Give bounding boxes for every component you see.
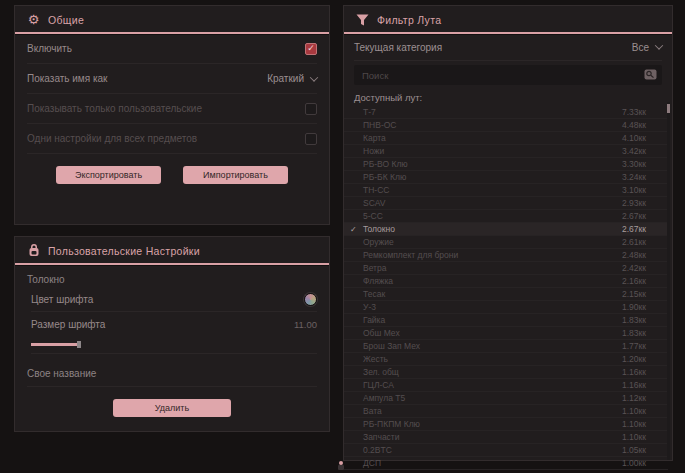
check-icon: ✓ (350, 223, 357, 236)
scrollbar-thumb[interactable] (667, 104, 670, 113)
custom-settings-panel: Пользовательские Настройки Толокно Цвет … (14, 236, 330, 432)
loot-item-value: 1.05кк (622, 445, 646, 455)
loot-item-value: 2.93кк (622, 198, 646, 208)
loot-item-name: ГЦЛ-СА (363, 380, 394, 390)
loot-filter-panel: Фильтр Лута Текущая категория Все Поиск … (343, 5, 673, 461)
custom-panel-header: Пользовательские Настройки (15, 237, 329, 263)
loot-item-name: Фляжка (363, 276, 393, 286)
loot-row[interactable]: Ремкомплект для брони2.48кк (344, 249, 668, 262)
category-label: Текущая категория (354, 42, 442, 53)
search-input[interactable]: Поиск (354, 65, 662, 85)
loot-item-value: 4.48кк (622, 120, 646, 130)
color-picker-icon[interactable] (304, 293, 317, 306)
import-button[interactable]: Импортировать (183, 166, 288, 184)
loot-row[interactable]: Вата1.10кк (344, 405, 668, 418)
loot-item-value: 2.16кк (622, 276, 646, 286)
loot-item-value: 3.30кк (622, 159, 646, 169)
name-display-dropdown[interactable]: Краткий (267, 73, 317, 84)
loot-row[interactable]: РБ-ВО Клю3.30кк (344, 158, 668, 171)
enable-checkbox[interactable]: ✓ (305, 43, 317, 55)
loot-item-value: 1.10кк (622, 419, 646, 429)
loot-row[interactable]: 0.2BTC1.05кк (344, 444, 668, 457)
delete-button[interactable]: Удалить (113, 399, 231, 417)
custom-name-input[interactable]: Свое название (27, 360, 317, 387)
loot-row[interactable]: ПНВ-ОС4.48кк (344, 119, 668, 132)
loot-item-value: 3.24кк (622, 172, 646, 182)
loot-item-name: Ножи (363, 146, 384, 156)
setting-row-only-custom: Показывать только пользовательские (27, 94, 317, 124)
loot-row[interactable]: ГЦЛ-СА1.16кк (344, 379, 668, 392)
loot-item-value: 2.42кк (622, 263, 646, 273)
category-dropdown[interactable]: Все (632, 42, 662, 53)
slider-handle[interactable] (77, 341, 81, 348)
loot-row[interactable]: Карта4.10кк (344, 132, 668, 145)
loot-row[interactable]: Гайка1.83кк (344, 314, 668, 327)
chevron-down-icon (310, 73, 318, 81)
header-divider (15, 263, 329, 265)
loot-item-value: 1.12кк (622, 393, 646, 403)
loot-item-name: ПНВ-ОС (363, 120, 397, 130)
loot-item-name: Ремкомплект для брони (363, 250, 458, 260)
loot-item-value: 2.67кк (622, 224, 646, 234)
loot-row[interactable]: Брош Зап Мех1.77кк (344, 340, 668, 353)
bottom-center-figure-icon (336, 456, 346, 470)
general-panel-title: Общие (48, 14, 84, 26)
loot-item-name: РБ-ПКПМ Клю (363, 419, 420, 429)
loot-row[interactable]: Ампула Т51.12кк (344, 392, 668, 405)
name-display-value: Краткий (267, 73, 304, 84)
available-loot-label: Доступный лут: (354, 92, 662, 103)
selected-item-name: Толокно (27, 274, 317, 285)
loot-item-name: 0.2BTC (363, 445, 392, 455)
general-panel-header: ⚙ Общие (15, 6, 329, 32)
loot-row[interactable]: Жесть1.20кк (344, 353, 668, 366)
category-row: Текущая категория Все (354, 34, 662, 61)
same-settings-checkbox[interactable] (305, 133, 317, 145)
loot-item-name: Жесть (363, 354, 388, 364)
font-color-row: Цвет шрифта (31, 287, 317, 312)
delete-row: Удалить (15, 399, 329, 417)
loot-item-name: Вата (363, 406, 382, 416)
loot-row[interactable]: ТН-СС3.10кк (344, 184, 668, 197)
loot-row[interactable]: Запчасти1.10кк (344, 431, 668, 444)
loot-row[interactable]: Фляжка2.16кк (344, 275, 668, 288)
loot-row[interactable]: 5-СС2.67кк (344, 210, 668, 223)
mod-config-screen: ⚙ Общие Включить ✓ Показать имя как Крат… (0, 0, 685, 473)
loot-row[interactable]: Оружие2.61кк (344, 236, 668, 249)
loot-row[interactable]: ✓Толокно2.67кк (344, 223, 668, 236)
loot-list: Т-77.33ккПНВ-ОС4.48ккКарта4.10ккНожи3.42… (344, 106, 668, 470)
font-size-slider[interactable] (31, 340, 317, 349)
loot-item-value: 1.10кк (622, 406, 646, 416)
loot-row[interactable]: РБ-ПКПМ Клю1.10кк (344, 418, 668, 431)
loot-list-scrollbar[interactable] (667, 102, 670, 460)
loot-item-value: 1.10кк (622, 432, 646, 442)
funnel-icon (356, 13, 369, 26)
loot-item-name: ДСП (363, 458, 381, 468)
loot-item-value: 1.00кк (622, 458, 646, 468)
export-button[interactable]: Экспортировать (56, 166, 161, 184)
loot-item-value: 3.42кк (622, 146, 646, 156)
loot-item-name: Толокно (363, 224, 395, 234)
loot-item-value: 1.16кк (622, 380, 646, 390)
loot-row[interactable]: Т-77.33кк (344, 106, 668, 119)
loot-row[interactable]: Ветра2.42кк (344, 262, 668, 275)
loot-item-value: 2.48кк (622, 250, 646, 260)
only-custom-checkbox[interactable] (305, 103, 317, 115)
loot-row[interactable]: Зел. общ1.16кк (344, 366, 668, 379)
loot-row[interactable]: SCAV2.93кк (344, 197, 668, 210)
loot-item-value: 1.90кк (622, 302, 646, 312)
loot-row[interactable]: РБ-БК Клю3.24кк (344, 171, 668, 184)
loot-row[interactable]: ДСП1.00кк (344, 457, 668, 470)
loot-row[interactable]: Ножи3.42кк (344, 145, 668, 158)
font-size-value: 11.00 (294, 319, 317, 330)
loot-row[interactable]: У-31.90кк (344, 301, 668, 314)
loot-item-name: ТН-СС (363, 185, 389, 195)
name-display-label: Показать имя как (27, 73, 107, 84)
backpack-icon (27, 244, 40, 257)
loot-item-value: 3.10кк (622, 185, 646, 195)
custom-name-placeholder: Свое название (27, 368, 96, 379)
loot-row[interactable]: Тесак2.15кк (344, 288, 668, 301)
loot-row[interactable]: Обш Мех1.83кк (344, 327, 668, 340)
export-import-row: Экспортировать Импортировать (15, 166, 329, 184)
loot-item-name: 5-СС (363, 211, 383, 221)
slider-fill (31, 343, 79, 346)
